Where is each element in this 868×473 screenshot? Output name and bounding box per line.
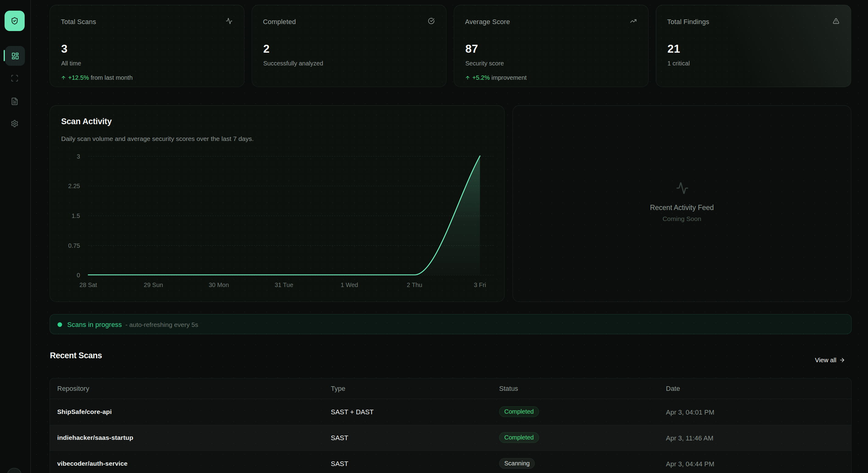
svg-text:3: 3 bbox=[77, 153, 80, 160]
svg-text:3 Fri: 3 Fri bbox=[474, 282, 486, 288]
svg-text:31 Tue: 31 Tue bbox=[275, 282, 293, 288]
svg-text:0.75: 0.75 bbox=[68, 242, 80, 249]
svg-text:2.25: 2.25 bbox=[68, 183, 80, 189]
svg-text:29 Sun: 29 Sun bbox=[144, 282, 163, 288]
svg-text:1.5: 1.5 bbox=[71, 213, 80, 219]
svg-text:30 Mon: 30 Mon bbox=[209, 282, 229, 288]
svg-text:0: 0 bbox=[77, 272, 80, 279]
svg-text:1 Wed: 1 Wed bbox=[341, 282, 358, 288]
svg-text:2 Thu: 2 Thu bbox=[407, 282, 423, 288]
svg-text:28 Sat: 28 Sat bbox=[80, 282, 97, 288]
